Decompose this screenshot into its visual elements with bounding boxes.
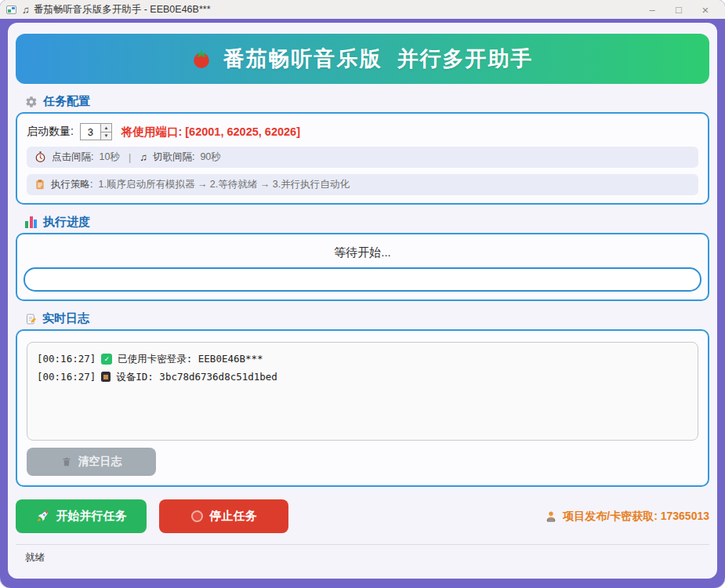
window-frame: 番茄畅听音乐版 并行多开助手 任务配置 启动数量: 3 ▲ ▼ [0, 19, 725, 588]
config-groupbox: 启动数量: 3 ▲ ▼ 将使用端口: [62001, 62025, 62026] [16, 112, 709, 205]
check-icon: ✓ [101, 354, 112, 365]
launch-count-spinner[interactable]: 3 ▲ ▼ [80, 123, 112, 140]
contact-text: 项目发布/卡密获取: 17365013 [563, 510, 709, 524]
launch-count-value[interactable]: 3 [80, 123, 100, 140]
app-icon [6, 5, 16, 14]
stopwatch-icon [34, 151, 46, 163]
strip-separator: | [129, 152, 131, 163]
minimize-button[interactable]: – [639, 4, 665, 16]
titlebar: ♫ 番茄畅听音乐版多开助手 - EEB0E46B*** – □ × [0, 0, 725, 19]
click-interval-label: 点击间隔: [52, 151, 93, 164]
log-timestamp: [00:16:27] [37, 368, 96, 387]
click-interval-value: 10秒 [99, 151, 119, 164]
clipboard-icon [34, 179, 45, 191]
song-note-icon: ♫ [140, 152, 147, 162]
section-title-log: 实时日志 [42, 311, 89, 326]
stop-task-label: 停止任务 [210, 509, 257, 524]
maximize-button[interactable]: □ [665, 4, 692, 16]
stop-circle-icon [191, 510, 203, 522]
clear-log-button[interactable]: 清空日志 [27, 448, 156, 476]
log-output[interactable]: [00:16:27] ✓ 已使用卡密登录: EEB0E46B*** [00:16… [27, 342, 698, 441]
progress-groupbox: 等待开始... [16, 233, 709, 301]
section-log: 实时日志 [25, 311, 709, 326]
technologist-icon [545, 510, 557, 523]
stop-task-button[interactable]: 停止任务 [159, 499, 288, 533]
close-button[interactable]: × [692, 3, 719, 16]
log-text: 设备ID: 3bc78d6736d8c51d1bed [116, 368, 277, 387]
section-title-config: 任务配置 [43, 94, 90, 109]
log-entry: [00:16:27] ✓ 已使用卡密登录: EEB0E46B*** [37, 350, 688, 368]
ports-text: 将使用端口: [62001, 62025, 62026] [121, 125, 300, 140]
tomato-icon [191, 49, 212, 69]
music-note-icon: ♫ [22, 5, 30, 15]
action-row: 开始并行任务 停止任务 项目发布/卡密获取: 17365013 [16, 499, 709, 533]
window-title: 番茄畅听音乐版多开助手 - EEB0E46B*** [34, 3, 211, 16]
progress-bar [24, 267, 701, 292]
log-timestamp: [00:16:27] [37, 350, 96, 368]
status-text: 就绪 [25, 552, 45, 563]
app-title: 番茄畅听音乐版 并行多开助手 [223, 45, 533, 73]
spin-up-button[interactable]: ▲ [101, 124, 111, 132]
clear-log-label: 清空日志 [78, 455, 122, 469]
header-banner: 番茄畅听音乐版 并行多开助手 [16, 34, 709, 84]
bar-chart-icon [25, 216, 38, 228]
strategy-label: 执行策略: [51, 178, 92, 191]
spinner-buttons: ▲ ▼ [100, 123, 112, 140]
launch-count-row: 启动数量: 3 ▲ ▼ 将使用端口: [62001, 62025, 62026] [27, 123, 698, 140]
interval-info-strip: 点击间隔: 10秒 | ♫ 切歌间隔: 90秒 [27, 147, 698, 168]
memo-icon [25, 313, 37, 325]
start-task-label: 开始并行任务 [56, 509, 127, 524]
log-entry: [00:16:27] 设备ID: 3bc78d6736d8c51d1bed [37, 368, 688, 387]
rocket-icon [36, 510, 49, 523]
contact-info: 项目发布/卡密获取: 17365013 [545, 510, 709, 524]
start-task-button[interactable]: 开始并行任务 [16, 499, 147, 533]
device-icon [101, 372, 111, 382]
spin-down-button[interactable]: ▼ [101, 132, 111, 140]
section-progress: 执行进度 [25, 215, 709, 230]
log-groupbox: [00:16:27] ✓ 已使用卡密登录: EEB0E46B*** [00:16… [16, 329, 709, 487]
progress-status-text: 等待开始... [21, 241, 704, 267]
section-title-progress: 执行进度 [43, 215, 90, 230]
strategy-info-strip: 执行策略: 1.顺序启动所有模拟器 → 2.等待就绪 → 3.并行执行自动化 [27, 174, 698, 195]
gear-icon [25, 96, 38, 108]
song-interval-label: 切歌间隔: [153, 151, 194, 164]
app-window: ♫ 番茄畅听音乐版多开助手 - EEB0E46B*** – □ × 番茄畅听音乐… [0, 0, 725, 588]
log-text: 已使用卡密登录: EEB0E46B*** [118, 350, 263, 368]
trash-icon [61, 456, 72, 467]
launch-count-label: 启动数量: [27, 125, 74, 139]
song-interval-value: 90秒 [200, 151, 220, 164]
section-task-config: 任务配置 [25, 94, 709, 109]
status-bar: 就绪 [16, 544, 709, 572]
strategy-value: 1.顺序启动所有模拟器 → 2.等待就绪 → 3.并行执行自动化 [98, 178, 349, 191]
main-panel: 番茄畅听音乐版 并行多开助手 任务配置 启动数量: 3 ▲ ▼ [8, 23, 717, 579]
